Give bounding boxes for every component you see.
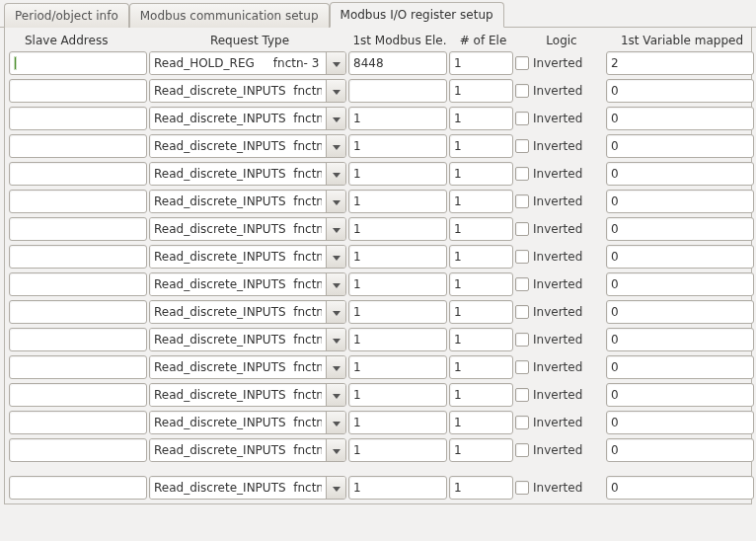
first-modbus-ele-input[interactable] [348, 328, 447, 351]
first-variable-input[interactable] [606, 79, 754, 103]
inverted-checkbox[interactable] [515, 388, 529, 402]
dropdown-button[interactable] [326, 273, 345, 295]
dropdown-button[interactable] [326, 301, 345, 323]
slave-address-input[interactable] [9, 438, 147, 462]
dropdown-button[interactable] [326, 135, 345, 157]
request-type-input[interactable] [150, 477, 326, 499]
slave-address-input[interactable] [9, 134, 147, 158]
num-ele-input[interactable] [449, 79, 513, 103]
dropdown-button[interactable] [326, 108, 345, 129]
request-type-input[interactable] [150, 439, 326, 461]
first-variable-input[interactable] [606, 190, 754, 213]
request-type-combo[interactable] [149, 245, 346, 269]
first-variable-input[interactable] [606, 134, 754, 158]
request-type-combo[interactable] [149, 190, 346, 213]
request-type-input[interactable] [150, 163, 326, 185]
tab-2[interactable]: Modbus I/O register setup [330, 2, 504, 28]
first-modbus-ele-input[interactable] [348, 411, 447, 434]
first-variable-input[interactable] [606, 355, 754, 379]
first-variable-input[interactable] [606, 107, 754, 130]
slave-address-input[interactable] [9, 328, 147, 351]
request-type-combo[interactable] [149, 328, 346, 351]
slave-address-input[interactable] [9, 162, 147, 186]
dropdown-button[interactable] [326, 52, 345, 74]
num-ele-input[interactable] [449, 476, 513, 500]
slave-address-input[interactable] [9, 476, 147, 500]
request-type-combo[interactable] [149, 355, 346, 379]
dropdown-button[interactable] [326, 412, 345, 433]
inverted-checkbox[interactable] [515, 222, 529, 236]
num-ele-input[interactable] [449, 300, 513, 324]
first-variable-input[interactable] [606, 476, 754, 500]
first-modbus-ele-input[interactable] [348, 79, 447, 103]
num-ele-input[interactable] [449, 134, 513, 158]
first-variable-input[interactable] [606, 383, 754, 407]
num-ele-input[interactable] [449, 190, 513, 213]
first-variable-input[interactable] [606, 438, 754, 462]
slave-address-input[interactable] [9, 355, 147, 379]
slave-address-input[interactable] [9, 190, 147, 213]
first-modbus-ele-input[interactable] [348, 134, 447, 158]
slave-address-input[interactable] [9, 107, 147, 130]
inverted-checkbox[interactable] [515, 139, 529, 153]
request-type-combo[interactable] [149, 300, 346, 324]
slave-address-input[interactable] [9, 411, 147, 434]
request-type-input[interactable] [150, 191, 326, 212]
dropdown-button[interactable] [326, 329, 345, 350]
num-ele-input[interactable] [449, 355, 513, 379]
request-type-input[interactable] [150, 412, 326, 433]
first-modbus-ele-input[interactable] [348, 272, 447, 296]
first-modbus-ele-input[interactable] [348, 438, 447, 462]
num-ele-input[interactable] [449, 272, 513, 296]
request-type-input[interactable] [150, 246, 326, 268]
request-type-input[interactable] [150, 108, 326, 129]
dropdown-button[interactable] [326, 439, 345, 461]
first-variable-input[interactable] [606, 51, 754, 75]
inverted-checkbox[interactable] [515, 84, 529, 98]
request-type-input[interactable] [150, 329, 326, 350]
dropdown-button[interactable] [326, 477, 345, 499]
inverted-checkbox[interactable] [515, 416, 529, 429]
request-type-input[interactable] [150, 218, 326, 240]
request-type-input[interactable] [150, 52, 326, 74]
num-ele-input[interactable] [449, 328, 513, 351]
first-modbus-ele-input[interactable] [348, 355, 447, 379]
request-type-combo[interactable] [149, 411, 346, 434]
first-modbus-ele-input[interactable] [348, 245, 447, 269]
num-ele-input[interactable] [449, 107, 513, 130]
inverted-checkbox[interactable] [515, 167, 529, 181]
slave-address-input[interactable] [9, 217, 147, 241]
slave-address-input[interactable] [9, 245, 147, 269]
dropdown-button[interactable] [326, 384, 345, 406]
dropdown-button[interactable] [326, 356, 345, 378]
request-type-input[interactable] [150, 301, 326, 323]
inverted-checkbox[interactable] [515, 194, 529, 208]
request-type-combo[interactable] [149, 79, 346, 103]
request-type-combo[interactable] [149, 134, 346, 158]
request-type-combo[interactable] [149, 217, 346, 241]
first-modbus-ele-input[interactable] [348, 383, 447, 407]
tab-0[interactable]: Period/object info [4, 3, 129, 28]
num-ele-input[interactable] [449, 245, 513, 269]
inverted-checkbox[interactable] [515, 481, 529, 495]
first-variable-input[interactable] [606, 411, 754, 434]
dropdown-button[interactable] [326, 246, 345, 268]
num-ele-input[interactable] [449, 438, 513, 462]
num-ele-input[interactable] [449, 162, 513, 186]
dropdown-button[interactable] [326, 191, 345, 212]
request-type-combo[interactable] [149, 107, 346, 130]
request-type-combo[interactable] [149, 51, 346, 75]
first-variable-input[interactable] [606, 328, 754, 351]
tab-1[interactable]: Modbus communication setup [129, 3, 330, 28]
request-type-combo[interactable] [149, 162, 346, 186]
first-modbus-ele-input[interactable] [348, 107, 447, 130]
inverted-checkbox[interactable] [515, 443, 529, 457]
first-modbus-ele-input[interactable] [348, 51, 447, 75]
dropdown-button[interactable] [326, 218, 345, 240]
inverted-checkbox[interactable] [515, 277, 529, 291]
first-variable-input[interactable] [606, 300, 754, 324]
first-modbus-ele-input[interactable] [348, 300, 447, 324]
request-type-combo[interactable] [149, 272, 346, 296]
request-type-input[interactable] [150, 135, 326, 157]
dropdown-button[interactable] [326, 163, 345, 185]
